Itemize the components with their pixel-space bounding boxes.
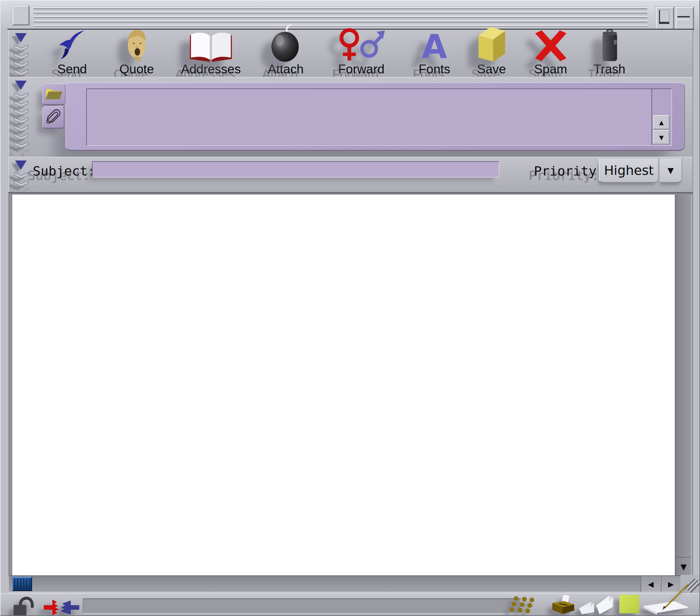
quote-label: Quote [120,63,154,76]
window-shade-button[interactable] [675,7,694,30]
ribbon-decoration [14,171,29,191]
recipients-scrollbar[interactable]: ▲ ▼ [651,89,671,145]
lock-icon[interactable] [10,595,40,616]
filter-arrows-icon[interactable] [42,599,81,616]
forward-icon [337,29,386,63]
forward-button[interactable]: Forward [330,30,393,76]
ballot-box-icon[interactable] [549,594,577,616]
collapse-subject-triangle[interactable] [15,161,27,170]
subject-label: Subject: [33,164,95,179]
priority-dropdown[interactable]: Highest [599,158,659,183]
mail-compose-window: Send Quote [0,0,700,616]
thumb-ribs [14,578,30,589]
trash-label: Trash [593,63,625,76]
pen-paper-icon[interactable] [640,581,692,616]
ribbon-decoration [14,44,29,75]
scroll-down-button[interactable]: ▼ [653,130,670,144]
send-button[interactable]: Send [41,30,103,76]
addresses-button[interactable]: Addresses [179,30,242,76]
scrollbar-thumb[interactable] [12,577,32,591]
save-icon [476,29,507,63]
window-restore-button[interactable] [655,7,674,30]
attach-button[interactable]: Attach [254,30,317,76]
trash-icon [598,29,621,63]
subject-section: Subject: Priority: Highest ▼ [8,157,693,193]
title-grip-lines[interactable] [34,6,647,27]
pages-icon[interactable] [578,595,616,616]
dots-cluster-icon[interactable] [509,595,540,615]
message-body-input[interactable] [12,195,675,575]
folder-icon [45,85,64,103]
quote-icon [124,29,149,63]
ribbon-decoration [14,92,29,152]
status-message-area [83,598,521,614]
forward-label: Forward [338,63,385,76]
toolbar: Send Quote [8,30,693,77]
spam-button[interactable]: Spam [519,30,582,76]
vertical-scrollbar[interactable]: ▼ [675,195,692,575]
content-frame: ▼ [8,193,693,575]
collapse-toolbar-triangle[interactable] [15,33,27,42]
trash-button[interactable]: Trash [578,30,641,76]
chevron-down-icon: ▼ [667,164,674,176]
recipients-section: ▲ ▼ [8,77,693,157]
fonts-icon: A [422,30,447,63]
scroll-up-button[interactable]: ▲ [653,115,670,129]
shade-icon [677,16,690,20]
save-label: Save [477,63,506,76]
paperclip-icon [45,107,62,127]
fonts-button[interactable]: A Fonts [403,30,466,76]
subject-input[interactable] [92,161,499,178]
scroll-down-button[interactable]: ▼ [676,557,691,575]
priority-value: Highest [604,163,653,178]
attachments-button[interactable] [42,106,64,129]
quote-button[interactable]: Quote [105,30,168,76]
priority-dropdown-arrow[interactable]: ▼ [660,158,682,183]
attach-label: Attach [268,63,304,76]
sticky-note-icon[interactable] [619,595,639,613]
addresses-label: Addresses [181,63,241,76]
window-menu-button[interactable] [12,5,29,25]
collapse-recipients-triangle[interactable] [15,80,27,90]
restore-icon [659,10,670,24]
attach-icon [268,29,303,63]
address-folder-button[interactable] [42,83,66,105]
addresses-icon [188,30,234,63]
priority-label: Priority: [534,164,604,179]
spam-icon [533,29,569,63]
title-bar[interactable] [1,1,700,29]
send-icon [56,30,88,63]
save-button[interactable]: Save [460,30,523,76]
send-label: Send [58,63,87,76]
horizontal-scrollbar[interactable] [9,575,640,592]
status-bar [1,593,700,616]
recipients-list[interactable]: ▲ ▼ [86,88,672,146]
spam-label: Spam [534,63,567,76]
